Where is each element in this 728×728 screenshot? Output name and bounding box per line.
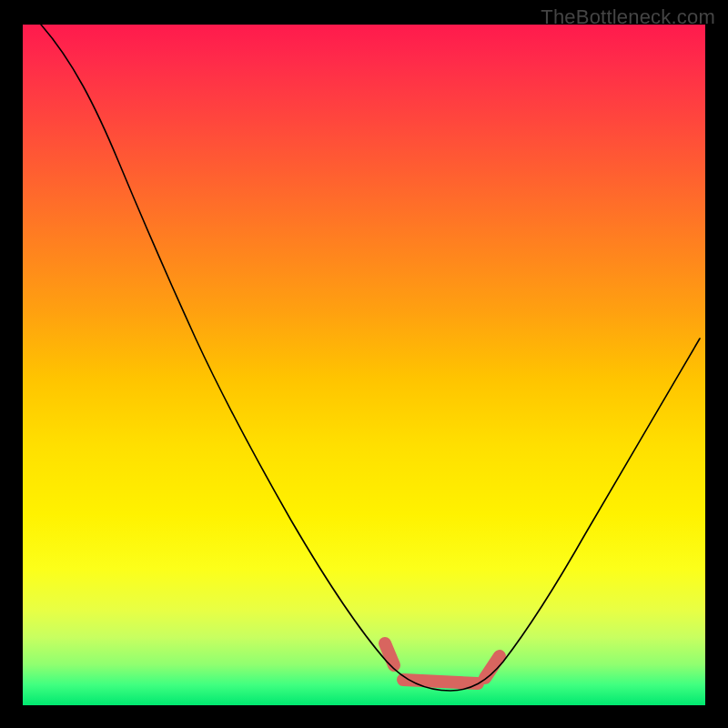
chart-plot-area — [23, 25, 705, 705]
bottleneck-curve — [41, 25, 700, 691]
attribution-text: TheBottleneck.com — [541, 5, 715, 29]
highlight-segment-3 — [485, 656, 500, 678]
chart-svg — [23, 25, 705, 705]
